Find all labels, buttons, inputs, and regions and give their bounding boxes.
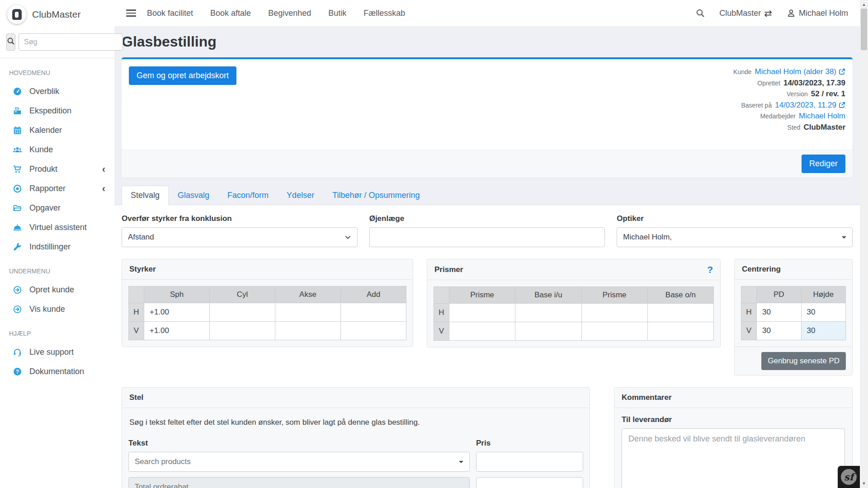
centrering-column-header-højde-1: Højde bbox=[801, 286, 846, 303]
tab-pane-stelvalg: Overfør styrker fra konklusion Afstand Ø… bbox=[114, 205, 860, 488]
styrker-v-cyl-1-input[interactable] bbox=[210, 322, 275, 340]
meta-link-kunde[interactable]: Michael Holm (alder 38) bbox=[755, 66, 836, 77]
order-card-footer: Rediger bbox=[122, 150, 853, 178]
scroll-down-arrow-icon[interactable]: ▼ bbox=[860, 480, 868, 487]
styrker-h-sph-0-input[interactable] bbox=[144, 303, 209, 321]
prismer-column-header-prisme-0: Prisme bbox=[449, 287, 515, 304]
tab-glasvalg[interactable]: Glasvalg bbox=[169, 186, 218, 205]
row-label: V bbox=[129, 322, 144, 340]
prismer-h-base-i-u-1-input[interactable] bbox=[515, 304, 581, 322]
supplier-message-textarea[interactable] bbox=[622, 428, 845, 488]
sidebar-item-opgaver[interactable]: Opgaver bbox=[0, 198, 114, 218]
external-link-icon[interactable] bbox=[839, 101, 845, 112]
sidebar-search-button[interactable] bbox=[6, 33, 15, 51]
styrker-h-akse-2-input[interactable] bbox=[275, 303, 340, 321]
eye-doctor-input[interactable] bbox=[369, 227, 605, 247]
sidebar-item-vis-kunde[interactable]: Vis kunde bbox=[0, 300, 114, 319]
tab-tilbehør-opsummering[interactable]: Tilbehør / Opsummering bbox=[323, 186, 429, 205]
prismer-v-prisme-2-input[interactable] bbox=[582, 322, 647, 340]
styrker-title: Styrker bbox=[129, 265, 156, 274]
sidebar-item-indstillinger[interactable]: Indstillinger bbox=[0, 237, 114, 257]
site-switcher[interactable]: ClubMaster ⇄ bbox=[719, 9, 772, 18]
sidebar-item-produkt[interactable]: Produkt‹ bbox=[0, 160, 114, 179]
sidebar-item-rapporter[interactable]: Rapporter‹ bbox=[0, 179, 114, 198]
arrow-circle-right-icon bbox=[12, 305, 22, 314]
centrering-h-højde-1-input[interactable] bbox=[802, 303, 846, 321]
prismer-v-prisme-0-input[interactable] bbox=[449, 322, 515, 340]
meta-row-version: Version52 / rev. 1 bbox=[787, 89, 845, 100]
scroll-up-arrow-icon[interactable]: ▲ bbox=[860, 1, 868, 8]
styrker-v-sph-0-input[interactable] bbox=[144, 322, 209, 340]
styrker-h-cyl-1-input[interactable] bbox=[210, 303, 275, 321]
product-search-select[interactable]: Search products bbox=[128, 452, 470, 472]
symfony-debug-toolbar-toggle[interactable]: sf bbox=[838, 466, 860, 488]
scrollbar-thumb[interactable] bbox=[861, 9, 867, 50]
centrering-title: Centrering bbox=[742, 265, 781, 274]
topnav-link-butik[interactable]: Butik bbox=[328, 9, 346, 18]
sidebar-item-overblik[interactable]: Overblik bbox=[0, 82, 114, 101]
sidebar-nav: HOVEDMENUOverblikEkspeditionKalenderKund… bbox=[0, 58, 114, 381]
meta-link-medarbejder[interactable]: Michael Holm bbox=[799, 111, 845, 122]
stel-panel: Stel Søg i tekst feltet efter det stel k… bbox=[122, 387, 590, 488]
centrering-h-pd-0-input[interactable] bbox=[757, 303, 801, 321]
main-area: Book facilitetBook aftaleBegivenhedButik… bbox=[114, 0, 860, 488]
optician-select[interactable]: Michael Holm, bbox=[617, 227, 853, 247]
site-switcher-label: ClubMaster bbox=[719, 9, 761, 18]
tab-ydelser[interactable]: Ydelser bbox=[278, 186, 323, 205]
sidebar-item-virtuel-assistent[interactable]: Virtuel assistent bbox=[0, 218, 114, 237]
meta-row-medarbejder: MedarbejderMichael Holm bbox=[760, 111, 845, 122]
folder-open-icon bbox=[12, 203, 22, 213]
save-and-create-worksheet-button[interactable]: Gem og opret arbejdskort bbox=[129, 66, 236, 85]
brand-logo-row[interactable]: ClubMaster bbox=[0, 0, 114, 29]
page-scrollbar[interactable]: ▲ ▼ bbox=[860, 0, 868, 488]
sidebar-item-ekspedition[interactable]: Ekspedition bbox=[0, 101, 114, 121]
topnav-link-book-facilitet[interactable]: Book facilitet bbox=[147, 9, 193, 18]
product-search-placeholder: Search products bbox=[135, 457, 463, 466]
transfer-select[interactable]: Afstand bbox=[122, 227, 358, 247]
styrker-v-akse-2-input[interactable] bbox=[275, 322, 340, 340]
help-icon[interactable]: ? bbox=[707, 265, 713, 274]
sidebar-item-kunde[interactable]: Kunde bbox=[0, 140, 114, 160]
prismer-h-prisme-2-input[interactable] bbox=[582, 304, 647, 322]
prismer-v-base-i-u-1-input[interactable] bbox=[515, 322, 581, 340]
topnav-search-button[interactable] bbox=[696, 9, 705, 18]
meta-link-baseret-på[interactable]: 14/03/2023, 11.29 bbox=[775, 100, 836, 111]
discount-pris-input[interactable] bbox=[476, 477, 583, 488]
hamburger-menu-icon[interactable] bbox=[126, 9, 136, 17]
prismer-h-base-o-n-3-input[interactable] bbox=[648, 304, 713, 322]
meta-value: 14/03/2023, 17.39 bbox=[783, 78, 845, 89]
centrering-v-højde-1-input[interactable] bbox=[802, 322, 846, 340]
page-title: Glasbestilling bbox=[122, 33, 853, 50]
sidebar-search-input[interactable] bbox=[19, 33, 123, 51]
tab-stelvalg[interactable]: Stelvalg bbox=[122, 186, 169, 205]
topnav-link-book-aftale[interactable]: Book aftale bbox=[210, 9, 251, 18]
topnav-link-fællesskab[interactable]: Fællesskab bbox=[363, 9, 405, 18]
sidebar-item-dokumentation[interactable]: ?Dokumentation bbox=[0, 362, 114, 381]
tab-facon-form[interactable]: Facon/form bbox=[218, 186, 278, 205]
sidebar-item-live-support[interactable]: Live support bbox=[0, 343, 114, 362]
chevron-left-icon: ‹ bbox=[102, 186, 105, 192]
sidebar-item-label: Kunde bbox=[29, 145, 53, 155]
external-link-icon[interactable] bbox=[839, 68, 845, 79]
topnav-link-begivenhed[interactable]: Begivenhed bbox=[268, 9, 311, 18]
edit-button[interactable]: Rediger bbox=[802, 155, 845, 173]
transfer-select-value: Afstand bbox=[128, 233, 344, 242]
prismer-v-base-o-n-3-input[interactable] bbox=[648, 322, 713, 340]
row-label: H bbox=[129, 303, 144, 322]
sidebar-item-kalender[interactable]: Kalender bbox=[0, 121, 114, 140]
prismer-h-prisme-0-input[interactable] bbox=[449, 304, 515, 322]
styrker-h-add-3-input[interactable] bbox=[341, 303, 406, 321]
sidebar-item-opret-kunde[interactable]: Opret kunde bbox=[0, 280, 114, 300]
pris-input[interactable] bbox=[476, 452, 583, 472]
centrering-v-pd-0-input[interactable] bbox=[757, 322, 801, 340]
prismer-panel: Prismer ? PrismeBase i/uPrismeBase o/nHV bbox=[427, 259, 721, 347]
reuse-last-pd-button[interactable]: Genbrug seneste PD bbox=[761, 352, 846, 370]
cash-register-icon bbox=[12, 106, 22, 116]
transfer-label: Overfør styrker fra konklusion bbox=[122, 214, 358, 223]
styrker-v-add-3-input[interactable] bbox=[341, 322, 406, 340]
user-menu[interactable]: Michael Holm bbox=[787, 9, 848, 18]
row-label: V bbox=[434, 322, 449, 341]
sidebar-item-label: Produkt bbox=[29, 164, 57, 174]
sidebar-item-label: Dokumentation bbox=[29, 367, 84, 376]
meta-label: Oprettet bbox=[757, 78, 780, 89]
